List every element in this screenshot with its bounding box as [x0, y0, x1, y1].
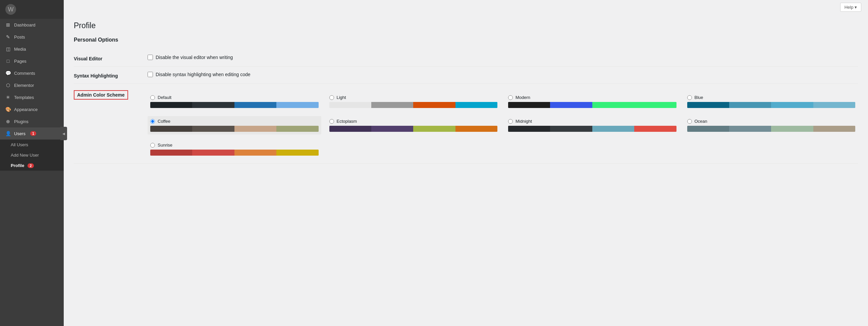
swatch [192, 102, 234, 108]
sidebar-item-label: Posts [14, 34, 25, 39]
sidebar-item-add-new-user[interactable]: Add New User [0, 150, 64, 160]
media-icon: ◫ [5, 46, 11, 52]
sidebar: W ⊞ Dashboard ✎ Posts ◫ Media □ Pages 💬 … [0, 0, 64, 326]
swatch [771, 126, 813, 132]
swatch [687, 102, 729, 108]
sidebar-item-dashboard[interactable]: ⊞ Dashboard [0, 19, 64, 31]
swatch [235, 126, 276, 132]
swatch [192, 126, 234, 132]
swatch [550, 102, 592, 108]
color-scheme-radio-ocean[interactable] [687, 119, 692, 124]
syntax-highlighting-checkbox-row[interactable]: Disable syntax highlighting when editing… [148, 72, 858, 77]
sidebar-sub-menu: All Users Add New User Profile 2 [0, 140, 64, 171]
swatch [413, 102, 455, 108]
elementor-icon: ⬡ [5, 83, 11, 88]
sidebar-item-plugins[interactable]: ⊕ Plugins [0, 115, 64, 127]
syntax-highlighting-label: Syntax Highlighting [74, 72, 148, 79]
section-title: Personal Options [74, 37, 858, 43]
syntax-highlighting-checkbox-label: Disable syntax highlighting when editing… [156, 72, 251, 77]
admin-color-scheme-label-wrapper: Admin Color Scheme [74, 89, 148, 99]
sidebar-item-pages[interactable]: □ Pages [0, 55, 64, 67]
visual-editor-label: Visual Editor [74, 55, 148, 61]
color-scheme-radio-modern[interactable] [508, 95, 513, 100]
visual-editor-checkbox-label: Disable the visual editor when writing [156, 55, 233, 60]
swatch [150, 126, 192, 132]
color-scheme-modern[interactable]: Modern [505, 92, 679, 111]
swatch [192, 150, 234, 156]
swatch [592, 102, 634, 108]
color-scheme-coffee[interactable]: Coffee [148, 116, 321, 135]
admin-color-scheme-row: Admin Color Scheme DefaultLightModernBlu… [74, 84, 858, 164]
color-scheme-name-ocean: Ocean [694, 119, 707, 124]
color-scheme-ectoplasm[interactable]: Ectoplasm [327, 116, 500, 135]
color-scheme-radio-default[interactable] [150, 95, 155, 100]
page-title: Profile [74, 21, 858, 30]
color-scheme-radio-light[interactable] [329, 95, 334, 100]
sidebar-item-posts[interactable]: ✎ Posts [0, 31, 64, 43]
main-content: Help ▾ Profile Personal Options Visual E… [64, 0, 868, 326]
color-scheme-radio-midnight[interactable] [508, 119, 513, 124]
swatch [371, 102, 413, 108]
swatch [550, 126, 592, 132]
color-scheme-radio-sunrise[interactable] [150, 143, 155, 148]
syntax-highlighting-row: Syntax Highlighting Disable syntax highl… [74, 67, 858, 84]
visual-editor-row: Visual Editor Disable the visual editor … [74, 50, 858, 67]
sidebar-item-all-users[interactable]: All Users [0, 140, 64, 150]
sidebar-item-comments[interactable]: 💬 Comments [0, 67, 64, 79]
dashboard-icon: ⊞ [5, 22, 11, 28]
color-scheme-sunrise[interactable]: Sunrise [148, 140, 321, 158]
sidebar-item-label: Media [14, 47, 26, 52]
color-scheme-midnight[interactable]: Midnight [505, 116, 679, 135]
admin-color-scheme-label: Admin Color Scheme [74, 90, 128, 99]
sidebar-item-label: Plugins [14, 119, 29, 124]
help-button[interactable]: Help ▾ [840, 3, 861, 12]
swatch [276, 102, 318, 108]
swatch [150, 150, 192, 156]
swatch [634, 102, 676, 108]
color-scheme-light[interactable]: Light [327, 92, 500, 111]
color-swatches-midnight [508, 126, 677, 132]
color-swatches-light [329, 102, 498, 108]
appearance-icon: 🎨 [5, 107, 11, 112]
sidebar-item-appearance[interactable]: 🎨 Appearance [0, 103, 64, 115]
sidebar-item-label: Elementor [14, 83, 34, 88]
color-swatches-blue [687, 102, 856, 108]
pages-icon: □ [5, 58, 11, 64]
sidebar-item-users[interactable]: 👤 Users 1 ◀ [0, 127, 64, 140]
color-scheme-radio-ectoplasm[interactable] [329, 119, 334, 124]
color-scheme-ocean[interactable]: Ocean [685, 116, 858, 135]
sidebar-item-label: Templates [14, 95, 34, 100]
sidebar-item-elementor[interactable]: ⬡ Elementor [0, 79, 64, 91]
sidebar-item-label: Dashboard [14, 23, 36, 28]
swatch [456, 126, 497, 132]
visual-editor-checkbox[interactable] [148, 55, 153, 60]
color-swatches-coffee [150, 126, 319, 132]
color-scheme-name-sunrise: Sunrise [158, 143, 173, 148]
color-scheme-blue[interactable]: Blue [685, 92, 858, 111]
posts-icon: ✎ [5, 34, 11, 39]
color-schemes-grid: DefaultLightModernBlueCoffeeEctoplasmMid… [148, 92, 858, 158]
templates-icon: ✳ [5, 95, 11, 100]
visual-editor-checkbox-row[interactable]: Disable the visual editor when writing [148, 55, 858, 60]
color-scheme-name-midnight: Midnight [516, 119, 532, 124]
syntax-highlighting-control: Disable syntax highlighting when editing… [148, 72, 858, 77]
color-scheme-name-ectoplasm: Ectoplasm [337, 119, 357, 124]
syntax-highlighting-checkbox[interactable] [148, 72, 153, 77]
color-scheme-name-light: Light [337, 95, 346, 100]
sidebar-item-profile[interactable]: Profile 2 [0, 160, 64, 171]
color-scheme-radio-blue[interactable] [687, 95, 692, 100]
color-scheme-default[interactable]: Default [148, 92, 321, 111]
swatch [729, 102, 771, 108]
swatch [371, 126, 413, 132]
plugins-icon: ⊕ [5, 119, 11, 124]
sidebar-collapse-arrow[interactable]: ◀ [60, 127, 67, 140]
sidebar-item-media[interactable]: ◫ Media [0, 43, 64, 55]
swatch [276, 126, 318, 132]
sidebar-item-templates[interactable]: ✳ Templates [0, 91, 64, 103]
swatch [413, 126, 455, 132]
color-swatches-sunrise [150, 150, 319, 156]
color-swatches-ectoplasm [329, 126, 498, 132]
sidebar-item-label: Appearance [14, 107, 37, 112]
color-scheme-radio-coffee[interactable] [150, 119, 155, 124]
sidebar-logo: W [0, 0, 64, 19]
